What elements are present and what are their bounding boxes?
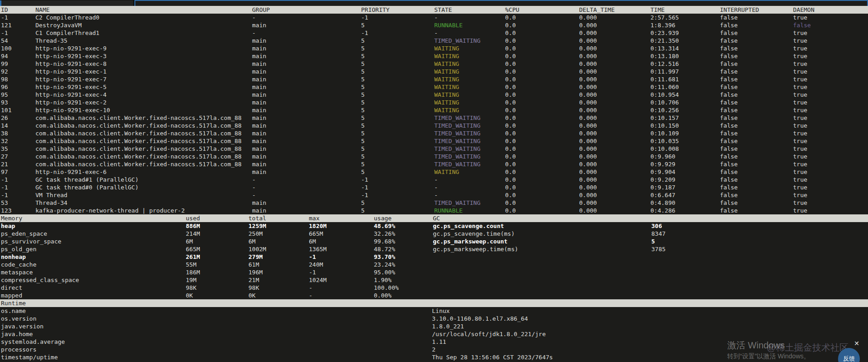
cell-thread-time: 0:9.929 — [650, 160, 720, 168]
cell-runtime-value: /usr/local/soft/jdk1.8.0_221/jre — [432, 330, 868, 338]
memory-row: mapped 0K 0K - 0.00% — [0, 292, 868, 299]
cell-memory-used: 886M — [186, 222, 248, 230]
cell-gc-key — [433, 261, 651, 268]
cell-thread-time: 0:9.209 — [650, 176, 720, 183]
cell-gc-value: 8347 — [651, 230, 868, 238]
cell-thread-state: - — [434, 183, 505, 191]
thread-table: IDNAMEGROUPPRIORITYSTATE%CPUDELTA_TIMETI… — [0, 6, 868, 214]
cell-thread-cpu: 0.0 — [505, 14, 579, 21]
cell-thread-id: 38 — [1, 129, 35, 137]
cell-thread-name: Thread-35 — [35, 37, 252, 45]
cell-thread-id: 35 — [1, 145, 35, 153]
cell-memory-max: 1024M — [309, 276, 374, 284]
cell-memory-usage: 1.90% — [374, 276, 433, 284]
memory-row: ps_old_gen 665M 1002M 1365M 48.72% gc.ps… — [0, 245, 868, 253]
cell-thread-time: 0:11.681 — [650, 75, 720, 83]
cell-thread-name: GC task thread#1 (ParallelGC) — [35, 176, 252, 183]
cell-thread-daemon: true — [793, 52, 868, 60]
cell-thread-interrupted: false — [720, 60, 793, 68]
cell-thread-cpu: 0.0 — [505, 75, 579, 83]
cell-runtime-key: os.name — [1, 307, 432, 315]
cell-thread-group: main — [252, 207, 361, 214]
cell-thread-daemon: true — [793, 45, 868, 52]
cell-thread-interrupted: false — [720, 183, 793, 191]
cell-thread-daemon: true — [793, 99, 868, 106]
cell-thread-state: TIMED_WAITING — [434, 160, 505, 168]
runtime-row: java.home /usr/local/soft/jdk1.8.0_221/j… — [0, 330, 868, 338]
cell-thread-cpu: 0.0 — [505, 145, 579, 153]
thread-row: 53 Thread-34 main 5 TIMED_WAITING 0.0 0.… — [0, 199, 868, 207]
memory-row: nonheap 261M 279M -1 93.70% — [0, 253, 868, 261]
cell-thread-interrupted: false — [720, 37, 793, 45]
close-icon[interactable]: ✕ — [853, 340, 860, 347]
column-header: DELTA_TIME — [579, 6, 650, 14]
cell-thread-interrupted: false — [720, 176, 793, 183]
thread-row: 21 com.alibaba.nacos.client.Worker.fixed… — [0, 160, 868, 168]
cell-thread-interrupted: false — [720, 160, 793, 168]
cell-gc-value — [651, 253, 868, 261]
cell-thread-name: http-nio-9291-exec-8 — [35, 60, 252, 68]
cell-thread-daemon: true — [793, 129, 868, 137]
cell-thread-cpu: 0.0 — [505, 21, 579, 29]
cell-gc-value — [651, 261, 868, 268]
cell-thread-priority: 5 — [361, 45, 434, 52]
cell-thread-name: http-nio-9291-exec-7 — [35, 75, 252, 83]
cell-thread-state: TIMED_WAITING — [434, 137, 505, 145]
column-header: total — [248, 214, 309, 222]
cell-thread-interrupted: false — [720, 137, 793, 145]
cell-thread-id: 93 — [1, 99, 35, 106]
cell-thread-state: - — [434, 191, 505, 199]
cell-thread-id: 54 — [1, 37, 35, 45]
runtime-table-header: Runtime — [0, 299, 868, 307]
cell-thread-time: 0:11.060 — [650, 83, 720, 91]
cell-memory-used: 261M — [186, 253, 248, 261]
cell-thread-cpu: 0.0 — [505, 68, 579, 75]
cell-thread-interrupted: false — [720, 106, 793, 114]
cell-runtime-value: 1.8.0_221 — [432, 322, 868, 330]
cell-thread-priority: -1 — [361, 14, 434, 21]
memory-row: ps_eden_space 214M 250M 665M 32.26% gc.p… — [0, 230, 868, 238]
cell-thread-priority: 5 — [361, 114, 434, 122]
terminal-tab-bar — [0, 0, 868, 6]
cell-thread-daemon: true — [793, 60, 868, 68]
cell-thread-daemon: true — [793, 83, 868, 91]
cell-thread-delta-time: 0.000 — [579, 153, 650, 160]
cell-thread-cpu: 0.0 — [505, 176, 579, 183]
column-header: max — [309, 214, 374, 222]
cell-thread-priority: -1 — [361, 183, 434, 191]
thread-row: 14 com.alibaba.nacos.client.Worker.fixed… — [0, 122, 868, 129]
thread-table-header: IDNAMEGROUPPRIORITYSTATE%CPUDELTA_TIMETI… — [0, 6, 868, 14]
cell-memory-total: 21M — [248, 276, 309, 284]
cell-gc-key: gc.ps_marksweep.count — [433, 238, 651, 245]
cell-thread-state: TIMED_WAITING — [434, 153, 505, 160]
cell-thread-daemon: true — [793, 207, 868, 214]
cell-memory-used: 6M — [186, 238, 248, 245]
cell-thread-id: -1 — [1, 183, 35, 191]
cell-memory-label: direct — [1, 284, 186, 292]
cell-memory-usage: 100.00% — [374, 284, 433, 292]
cell-memory-label: code_cache — [1, 261, 186, 268]
cell-thread-daemon: true — [793, 14, 868, 21]
cell-thread-group: main — [252, 21, 361, 29]
cell-thread-id: -1 — [1, 191, 35, 199]
cell-thread-group: main — [252, 199, 361, 207]
cell-memory-total: 279M — [248, 253, 309, 261]
cell-thread-group: - — [252, 183, 361, 191]
column-header: GC — [433, 214, 651, 222]
cell-thread-id: -1 — [1, 176, 35, 183]
thread-row: 54 Thread-35 main 5 TIMED_WAITING 0.0 0.… — [0, 37, 868, 45]
cell-thread-name: http-nio-9291-exec-10 — [35, 106, 252, 114]
cell-thread-delta-time: 0.000 — [579, 168, 650, 176]
cell-thread-name: GC task thread#0 (ParallelGC) — [35, 183, 252, 191]
cell-memory-total: 1259M — [248, 222, 309, 230]
cell-memory-usage: 99.68% — [374, 238, 433, 245]
cell-thread-interrupted: false — [720, 68, 793, 75]
cell-thread-time: 0:10.150 — [650, 122, 720, 129]
memory-row: direct 98K 98K - 100.00% — [0, 284, 868, 292]
cell-thread-group: main — [252, 75, 361, 83]
cell-memory-usage: 32.26% — [374, 230, 433, 238]
activate-windows-subtext: 转到“设置”以激活 Windows。 — [727, 352, 810, 361]
memory-table-body: heap 886M 1259M 1820M 48.69% gc.ps_scave… — [0, 222, 868, 299]
cell-thread-priority: 5 — [361, 91, 434, 99]
cell-thread-cpu: 0.0 — [505, 52, 579, 60]
